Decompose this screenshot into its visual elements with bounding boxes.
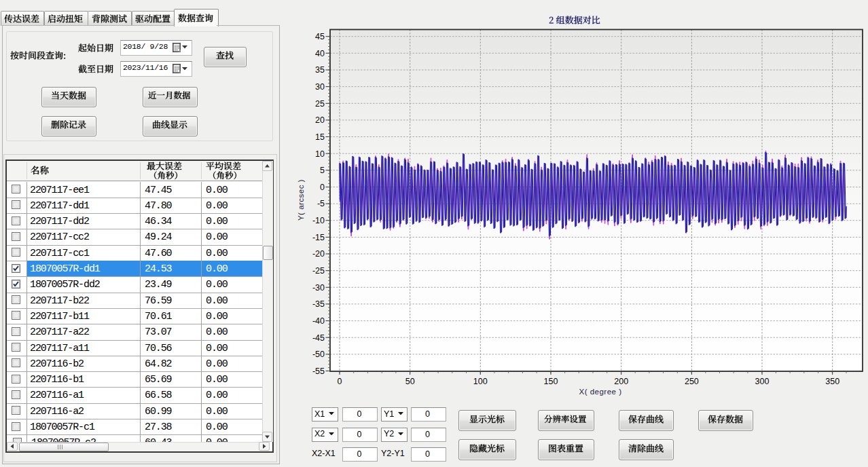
svg-text:-25: -25 — [312, 266, 325, 276]
svg-text:-10: -10 — [312, 216, 325, 225]
svg-text:0: 0 — [320, 183, 325, 192]
svg-text:-15: -15 — [312, 233, 325, 242]
svg-text:5: 5 — [320, 166, 325, 175]
svg-text:0: 0 — [338, 377, 342, 386]
svg-text:200: 200 — [614, 377, 628, 386]
svg-text:-50: -50 — [312, 350, 325, 359]
svg-text:150: 150 — [544, 377, 558, 386]
svg-text:350: 350 — [825, 377, 839, 386]
svg-text:45: 45 — [315, 32, 325, 41]
svg-text:Y( arcsec ): Y( arcsec ) — [297, 179, 305, 221]
svg-text:100: 100 — [473, 377, 488, 386]
svg-text:-45: -45 — [312, 333, 325, 343]
svg-text:20: 20 — [315, 115, 325, 125]
svg-text:X( degree ): X( degree ) — [579, 388, 621, 396]
svg-text:15: 15 — [315, 132, 325, 142]
svg-text:-55: -55 — [312, 367, 325, 376]
svg-text:25: 25 — [315, 99, 325, 109]
svg-text:10: 10 — [315, 149, 325, 159]
svg-text:250: 250 — [685, 377, 699, 386]
svg-text:-40: -40 — [312, 316, 325, 326]
svg-text:30: 30 — [315, 82, 325, 92]
svg-text:40: 40 — [315, 49, 325, 58]
svg-text:-30: -30 — [312, 283, 325, 293]
svg-text:-5: -5 — [317, 199, 325, 208]
svg-text:300: 300 — [755, 377, 770, 386]
svg-text:50: 50 — [405, 377, 415, 386]
svg-text:35: 35 — [315, 65, 325, 75]
svg-text:-20: -20 — [312, 249, 325, 259]
svg-text:-35: -35 — [312, 299, 325, 309]
